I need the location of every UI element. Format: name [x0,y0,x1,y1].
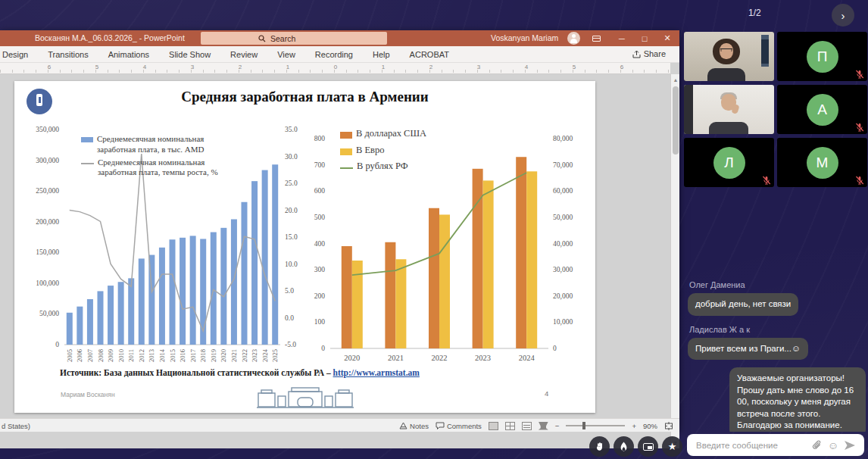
share-button[interactable]: Share [628,48,670,60]
svg-text:2014: 2014 [158,348,166,362]
reading-view-button[interactable] [522,422,532,430]
slideshow-view-button[interactable] [539,422,548,430]
vertical-scrollbar[interactable]: ▲ ▼ [670,74,679,448]
svg-text:2006: 2006 [76,349,83,362]
svg-text:2022: 2022 [241,349,248,362]
slide-title: Средняя заработная плата в Армении [14,89,595,105]
account-avatar[interactable] [567,32,580,45]
comments-toggle[interactable]: Comments [436,422,482,430]
ribbon-tab-review[interactable]: Review [220,50,267,59]
legend-label: Среднемесячная номинальная заработная пл… [97,134,219,155]
ruler-number: 3 [477,64,480,70]
svg-text:2013: 2013 [148,349,155,362]
svg-text:10,000: 10,000 [553,318,573,326]
chat-message: Привет всем из Праги...☺ [688,338,808,361]
search-box[interactable]: Search [201,32,387,45]
raise-hand-button[interactable] [589,436,610,457]
source-link[interactable]: http://www.armstat.am [333,368,420,377]
ribbon-tab-slide-show[interactable]: Slide Show [159,50,220,59]
chat-message: добрый день, нет связи [688,293,798,316]
screen-share-button[interactable] [638,436,658,457]
svg-text:2008: 2008 [97,349,105,362]
chat-message-input[interactable] [695,440,808,451]
svg-text:700: 700 [314,161,326,169]
ruler-number: 6 [620,64,623,70]
ribbon-tab-view[interactable]: View [267,50,305,59]
language-indicator: d States) [2,422,30,430]
comments-label: Comments [447,422,482,430]
svg-text:50,000: 50,000 [553,214,573,221]
ruler-number: 3 [191,64,194,70]
legend-swatch-eur [340,148,352,155]
svg-text:20,000: 20,000 [553,292,573,300]
emoji-button[interactable]: ☺ [825,439,841,451]
participant-video-tile[interactable] [684,85,774,134]
svg-text:50,000: 50,000 [39,310,59,317]
zoom-slider[interactable] [566,425,625,426]
ruler-number: 0 [334,64,337,70]
send-button[interactable] [841,440,858,451]
ribbon-tab-design[interactable]: Design [0,50,38,59]
fit-to-window-icon[interactable] [664,422,673,430]
next-page-button[interactable]: › [832,4,854,27]
chat-input-container: ☺ [687,434,864,456]
slide-footer-author: Мариам Восканян [61,391,115,398]
scrollbar-thumb[interactable] [673,86,679,155]
close-button[interactable]: ✕ [656,30,679,46]
svg-text:-5.0: -5.0 [285,341,296,348]
maximize-button[interactable]: □ [633,30,656,46]
ribbon-tab-acrobat[interactable]: ACROBAT [400,50,459,59]
chart2-legend: В долларах США В Евро В рублях РФ [340,128,469,177]
zoom-in-button[interactable]: + [632,422,636,430]
zoom-slider-thumb[interactable] [582,422,585,429]
svg-text:300,000: 300,000 [36,157,59,164]
svg-text:80,000: 80,000 [553,135,573,142]
svg-text:2020: 2020 [220,349,227,362]
send-icon [844,440,856,451]
reactions-button[interactable] [614,436,634,457]
minimize-button[interactable]: ─ [610,30,633,46]
chat-message-own: Уважаемые организаторы! Прошу дать мне с… [729,367,866,432]
svg-text:2022: 2022 [432,354,448,362]
ribbon-display-options-icon[interactable] [592,36,601,42]
svg-text:60,000: 60,000 [553,187,573,195]
ribbon-tab-recording[interactable]: Recording [305,50,363,59]
scroll-up-icon[interactable]: ▲ [672,75,679,85]
ruler-number: 5 [95,64,98,70]
slide-sorter-view-button[interactable] [505,422,515,430]
svg-text:2012: 2012 [138,349,145,362]
participant-tile-А[interactable]: А [777,85,867,134]
participant-video-tile[interactable] [684,32,774,81]
ribbon-tab-animations[interactable]: Animations [98,50,159,59]
horizontal-ruler: 6543210123456 [0,63,670,74]
svg-text:2021: 2021 [388,354,404,362]
chat-author: Ладислав Ж а к [689,325,750,334]
ribbon-tab-transitions[interactable]: Transitions [38,50,98,59]
participants-pagination: 1/2 [748,8,761,18]
svg-text:2021: 2021 [230,349,238,362]
legend-label: В долларах США [356,128,426,140]
ruler-number: 5 [573,64,576,70]
chart1-legend: Среднемесячная номинальная заработная пл… [81,134,219,180]
share-icon [632,50,641,58]
mic-off-icon [855,123,864,132]
attach-file-button[interactable] [808,440,825,451]
legend-swatch-bar [81,137,93,142]
participant-tile-Л[interactable]: Л [684,138,774,187]
notes-toggle[interactable]: Notes [399,422,429,430]
participant-tile-П[interactable]: П [777,32,867,81]
svg-text:2025: 2025 [271,349,279,362]
zoom-out-button[interactable]: − [555,422,560,430]
raise-hand-icon [595,442,605,452]
svg-text:2023: 2023 [251,349,258,362]
participant-tile-М[interactable]: М [777,138,867,187]
ruler-number: 4 [525,64,528,70]
svg-text:2024: 2024 [519,354,535,362]
ribbon-tab-help[interactable]: Help [363,50,400,59]
svg-text:2020: 2020 [344,354,360,362]
slide-workspace: Средняя заработная плата в Армении 350,0… [0,74,670,448]
favorites-button[interactable]: ★ [662,436,682,457]
svg-text:2009: 2009 [107,349,114,362]
normal-view-button[interactable] [489,422,498,430]
powerpoint-window: Восканян М.А._06.03.2026_ - PowerPoint S… [0,30,679,432]
